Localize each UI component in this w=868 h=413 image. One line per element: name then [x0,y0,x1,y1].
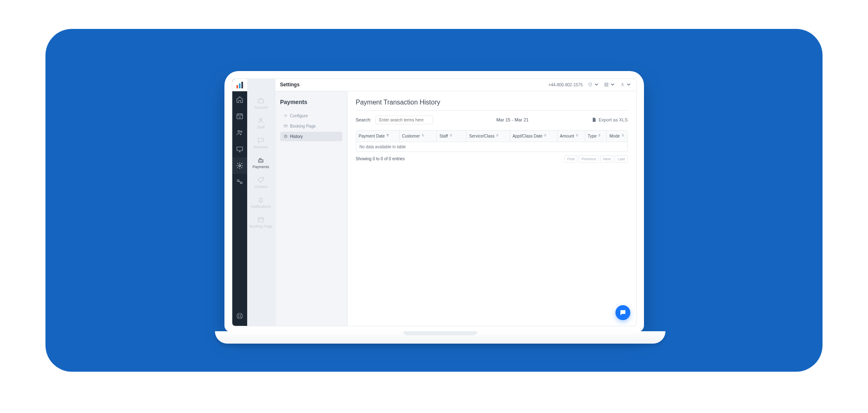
app-shell: 31 [232,78,637,326]
rail-item-help[interactable] [232,306,247,326]
svg-rect-24 [284,125,287,127]
cash-register-icon [257,157,265,164]
shield-check-icon [588,82,593,87]
clock-icon [284,134,288,138]
laptop-base [215,331,665,344]
topbar-apps-menu[interactable] [604,82,615,87]
subnav-item-services[interactable]: Services [247,134,275,152]
payments-menu-title: Payments [280,99,342,105]
rail-item-calendar[interactable]: 31 [232,108,247,124]
svg-rect-0 [236,85,238,88]
menu3-item-configure[interactable]: Configure [280,111,342,121]
sort-icon [576,134,579,138]
subnav-item-staff[interactable]: Staff [247,114,275,132]
pager-next-button[interactable]: Next [600,155,614,163]
chat-fab[interactable] [615,305,630,320]
svg-point-23 [285,115,286,116]
pager-first-button[interactable]: First [564,155,577,163]
topbar-security-menu[interactable] [588,82,599,87]
column-label: Payment Date [359,134,385,138]
column-header[interactable]: Payment Date [356,131,400,142]
pager: First Previous Next Last [564,155,627,163]
chevron-down-icon [626,82,631,87]
chevron-down-icon [610,82,615,87]
menu3-label: Booking Page [290,124,316,128]
app-logo[interactable] [232,79,247,91]
gear-icon [236,162,243,169]
export-label: Export as XLS [599,117,627,122]
tag-icon [257,176,265,184]
widgets-icon [604,82,609,87]
page-title: Payment Transaction History [356,99,628,111]
laptop-mockup: 31 [215,71,653,344]
logo-icon [236,81,243,89]
svg-rect-17 [258,217,263,222]
topbar: Settings +44-800-802-1575 [275,79,636,91]
subnav-item-classes[interactable]: Classes [247,174,275,191]
sort-icon [450,134,453,138]
svg-point-12 [238,315,241,317]
column-header[interactable]: Mode [607,131,627,142]
subnav-label: Classes [254,185,267,189]
subnav-label: Account [254,105,268,109]
person-icon [257,117,265,124]
pager-prev-button[interactable]: Previous [579,155,599,163]
content-body: Payments Configure Booking Page [275,91,636,326]
svg-rect-20 [605,85,606,86]
sort-icon [386,134,390,138]
rail-item-monitor[interactable] [232,141,247,157]
window-icon [257,216,265,223]
export-xls-button[interactable]: Export as XLS [591,117,627,122]
rail-item-people[interactable] [232,124,247,141]
svg-rect-21 [607,85,608,86]
primary-nav-rail: 31 [232,79,247,326]
rail-item-settings[interactable] [232,157,247,174]
search-input[interactable] [375,116,433,124]
column-header[interactable]: Customer [400,131,437,142]
subnav-item-notifications[interactable]: Notifications [247,194,275,211]
column-label: Mode [609,134,620,138]
column-label: Amount [560,134,574,138]
svg-rect-19 [607,83,608,84]
sort-icon [544,134,547,138]
svg-rect-1 [239,83,241,88]
subnav-label: Services [254,145,268,149]
column-label: Type [588,134,597,138]
monitor-icon [236,145,243,153]
svg-rect-2 [241,82,243,88]
chevron-down-icon [594,82,599,87]
subnav-item-payments[interactable]: Payments [247,154,275,171]
topbar-right: +44-800-802-1575 [548,82,631,87]
chat-icon [619,309,627,316]
topbar-user-menu[interactable] [620,82,631,87]
column-header[interactable]: Staff [437,131,467,142]
payments-menu: Payments Configure Booking Page [275,91,348,326]
content-area: Settings +44-800-802-1575 [275,79,636,326]
subnav-label: Notifications [250,204,271,209]
subnav-label: Staff [257,125,265,129]
subnav-item-booking-page[interactable]: Booking Page [247,214,275,231]
pager-last-button[interactable]: Last [615,155,627,163]
chat-bubble-icon [257,137,265,144]
table-footer: Showing 0 to 0 of 0 entries First Previo… [356,155,628,163]
bell-icon [257,196,265,204]
column-header[interactable]: Appt/Class Date [510,131,557,142]
date-range-picker[interactable]: Mar 15 - Mar 21 [496,117,529,122]
column-header[interactable]: Type [585,131,607,142]
menu3-item-booking-page[interactable]: Booking Page [280,121,342,131]
subnav-item-account[interactable]: Account [247,95,275,112]
card-icon [284,124,288,128]
briefcase-icon [257,97,265,104]
sort-icon [496,134,499,138]
settings-subnav: Account Staff Services Payments [247,79,275,326]
menu3-item-history[interactable]: History [280,132,342,141]
life-ring-icon [236,312,243,320]
column-header[interactable]: Service/Class [467,131,510,142]
user-icon [620,82,625,87]
column-label: Service/Class [469,134,494,138]
rail-item-home[interactable] [232,91,247,108]
column-header[interactable]: Amount [558,131,585,142]
table-toolbar: Search: Mar 15 - Mar 21 Export as XLS [356,116,628,124]
rail-item-integrations[interactable] [232,174,247,190]
showing-entries-text: Showing 0 to 0 of 0 entries [356,157,405,161]
